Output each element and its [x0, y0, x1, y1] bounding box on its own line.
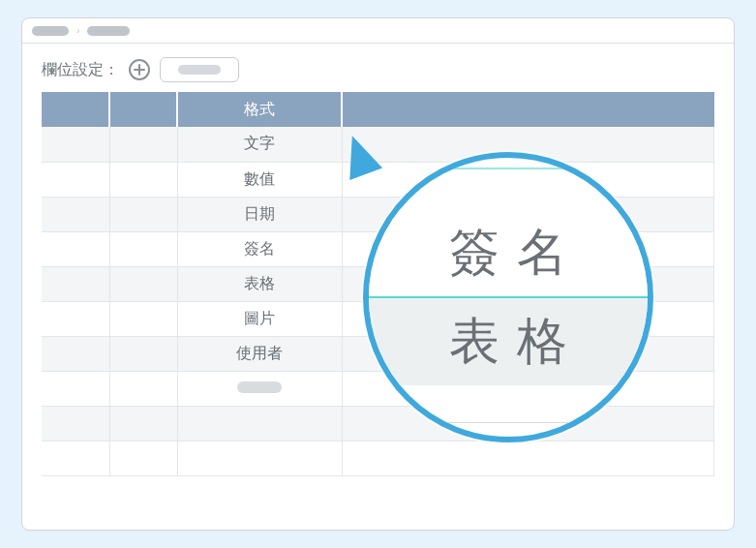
grid-header-cell	[342, 92, 714, 127]
action-placeholder[interactable]	[237, 381, 282, 393]
table-row	[42, 441, 714, 475]
breadcrumb-segment	[87, 26, 130, 36]
grid-header-cell	[42, 92, 109, 127]
format-option[interactable]: 使用者	[177, 336, 342, 371]
field-settings-label: 欄位設定：	[42, 60, 119, 80]
breadcrumb-segment	[32, 26, 69, 36]
format-action-cell	[177, 371, 342, 406]
app-window: › 欄位設定： 格式	[21, 17, 735, 531]
magnified-option-signature[interactable]: 簽名	[369, 209, 648, 296]
grid-header-format[interactable]: 格式	[177, 92, 342, 127]
format-option[interactable]: 表格	[177, 266, 342, 301]
add-field-button[interactable]	[129, 59, 150, 80]
grid-header-row: 格式	[42, 92, 714, 127]
format-option[interactable]: 日期	[177, 197, 342, 231]
field-chip-button[interactable]	[160, 57, 239, 82]
plus-icon	[134, 64, 145, 76]
field-settings-toolbar: 欄位設定：	[42, 57, 714, 82]
breadcrumb: ›	[22, 18, 734, 44]
format-option[interactable]: 簽名	[177, 231, 342, 266]
magnifier-callout: · 簽名 表格	[363, 152, 653, 442]
magnified-option-table[interactable]: 表格	[369, 298, 648, 385]
table-row	[42, 406, 714, 441]
format-option[interactable]: 圖片	[177, 301, 342, 336]
format-option[interactable]: 文字	[177, 127, 342, 162]
breadcrumb-separator: ›	[76, 25, 79, 36]
format-option[interactable]: 數值	[177, 162, 342, 197]
grid-header-cell	[109, 92, 177, 127]
magnifier-content: 簽名 表格	[369, 209, 648, 385]
chip-placeholder	[178, 65, 221, 75]
